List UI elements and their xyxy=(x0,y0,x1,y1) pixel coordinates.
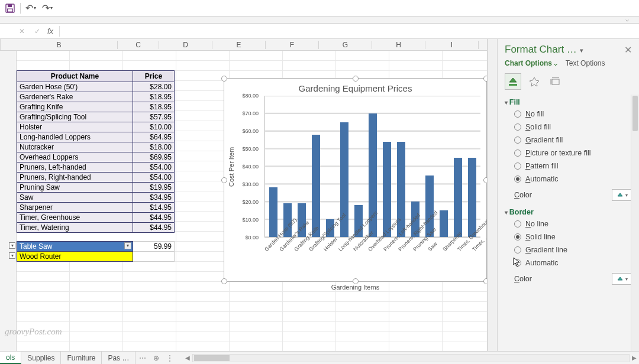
table-row[interactable]: Grafting/Splicing Tool$57.95 xyxy=(17,112,175,122)
table-row[interactable]: Overhead Loppers$69.95 xyxy=(17,152,175,162)
ribbon-expand-button[interactable]: ⌵ xyxy=(621,16,633,23)
vertical-scrollbar[interactable] xyxy=(488,39,497,351)
table-row[interactable]: Holster$10.00 xyxy=(17,122,175,132)
column-headers[interactable]: BCDEFGHIJK xyxy=(0,39,487,51)
pane-tabs: Chart Options Text Options xyxy=(498,58,639,71)
table-row[interactable]: Table Saw▾▾59.99 xyxy=(17,242,175,252)
sheet-tabs: ols Supplies Furniture Pas … ⋯ ⊕ ⋮ ◀▶ xyxy=(0,351,639,364)
chart-x-axis-labels[interactable]: Garden Hose (50')Gardener's RakeGrafting… xyxy=(224,238,486,284)
chart-bar[interactable] xyxy=(383,142,391,237)
column-header[interactable]: B xyxy=(1,41,118,49)
effects-icon[interactable] xyxy=(526,73,543,90)
pane-title: Format Chart … xyxy=(505,44,577,55)
svg-rect-14 xyxy=(552,79,559,84)
save-button[interactable] xyxy=(4,2,17,15)
table-row[interactable]: Garden Hose (50')$28.00 xyxy=(17,82,175,92)
pane-close-button[interactable]: ✕ xyxy=(624,44,632,56)
option-solid-line[interactable]: Solid line xyxy=(505,230,632,243)
svg-rect-1 xyxy=(8,4,12,7)
chart-bar[interactable] xyxy=(312,135,320,237)
chart-x-axis-title[interactable]: Gardening Items xyxy=(224,284,486,291)
sheet-tab[interactable]: Pas … xyxy=(102,352,135,364)
option-automatic[interactable]: Automatic xyxy=(505,173,632,186)
table-row[interactable]: Pruners, Right-handed$54.00 xyxy=(17,173,175,183)
svg-marker-13 xyxy=(530,77,539,86)
fx-label[interactable]: fx xyxy=(47,27,53,35)
sheet-tab[interactable]: ols xyxy=(0,352,21,364)
column-header-product[interactable]: Product Name xyxy=(17,71,133,82)
svg-rect-12 xyxy=(509,84,517,86)
fill-line-icon[interactable] xyxy=(505,73,521,90)
undo-button[interactable]: ↶▾ xyxy=(24,2,37,15)
sheet-scroll-more[interactable]: ⋯ xyxy=(135,352,150,364)
table-row[interactable]: Timer, Watering$44.95 xyxy=(17,223,175,233)
column-header[interactable]: I xyxy=(425,41,479,49)
option-no-fill[interactable]: No fill xyxy=(505,108,632,121)
pane-scrollbar[interactable] xyxy=(631,95,639,351)
tab-chart-options[interactable]: Chart Options xyxy=(505,59,557,67)
new-sheet-button[interactable]: ⊕ xyxy=(150,352,163,364)
option-picture-or-texture-fill[interactable]: Picture or texture fill xyxy=(505,147,632,160)
table-row[interactable]: Saw$34.95 xyxy=(17,193,175,203)
section-fill[interactable]: Fill xyxy=(505,95,632,108)
horizontal-scrollbar[interactable]: ◀▶ xyxy=(183,352,639,364)
ribbon-collapsed: ⌵ xyxy=(0,17,639,24)
format-chart-pane: Format Chart … ▾ ✕ Chart Options Text Op… xyxy=(497,39,639,351)
size-properties-icon[interactable] xyxy=(547,73,564,90)
option-gradient-line[interactable]: Gradient line xyxy=(505,243,632,256)
column-header[interactable]: F xyxy=(266,41,319,49)
chart-y-axis-label[interactable]: Cost Per Item xyxy=(227,96,236,238)
formula-cancel[interactable]: ✕ xyxy=(17,27,27,35)
table-row[interactable]: Grafting Knife$18.95 xyxy=(17,102,175,112)
option-automatic[interactable]: Automatic xyxy=(505,256,632,269)
color-property[interactable]: Color▾ xyxy=(505,186,632,204)
formula-enter[interactable]: ✓ xyxy=(32,27,43,35)
table-row[interactable]: Gardener's Rake$18.95 xyxy=(17,92,175,102)
table-row[interactable]: Pruning Saw$19.95 xyxy=(17,183,175,193)
column-header[interactable]: C xyxy=(118,41,159,49)
color-property[interactable]: Color▾ xyxy=(505,269,632,288)
chart-bar[interactable] xyxy=(454,158,462,237)
table-row[interactable]: Nutcracker$18.00 xyxy=(17,142,175,152)
tabs-divider[interactable]: ⋮ xyxy=(163,352,177,364)
column-header[interactable]: G xyxy=(319,41,372,49)
chart-bar[interactable] xyxy=(468,158,476,237)
embedded-chart[interactable]: Gardening Equipment Prices Cost Per Item… xyxy=(224,78,487,282)
table-row[interactable]: Long-handled Loppers$64.95 xyxy=(17,132,175,142)
chart-bar[interactable] xyxy=(269,187,277,237)
pane-title-dropdown[interactable]: ▾ xyxy=(580,47,583,54)
option-no-line[interactable]: No line xyxy=(505,217,632,230)
column-header[interactable]: H xyxy=(372,41,425,49)
svg-rect-2 xyxy=(8,9,13,12)
option-pattern-fill[interactable]: Pattern fill xyxy=(505,160,632,173)
column-header-price[interactable]: Price xyxy=(133,71,175,82)
column-header[interactable]: J xyxy=(479,41,488,49)
data-table[interactable]: Product NamePriceGarden Hose (50')$28.00… xyxy=(17,70,175,262)
section-border[interactable]: Border xyxy=(505,204,632,217)
formula-bar: ✕ ✓ fx xyxy=(0,24,639,39)
table-row[interactable]: Wood Router▾ xyxy=(17,252,175,262)
redo-button[interactable]: ↷▾ xyxy=(41,2,54,15)
table-row[interactable]: Pruners, Left-handed$54.00 xyxy=(17,162,175,173)
sheet-tab[interactable]: Furniture xyxy=(61,352,102,364)
column-header[interactable]: D xyxy=(159,41,212,49)
pane-body: FillNo fillSolid fillGradient fillPictur… xyxy=(498,95,639,351)
chart-bar[interactable] xyxy=(440,210,448,237)
tab-text-options[interactable]: Text Options xyxy=(566,59,605,67)
worksheet-grid[interactable]: BCDEFGHIJK Product NamePriceGarden Hose … xyxy=(0,39,488,351)
column-header[interactable]: E xyxy=(212,41,266,49)
option-gradient-fill[interactable]: Gradient fill xyxy=(505,134,632,147)
option-solid-fill[interactable]: Solid fill xyxy=(505,121,632,134)
table-row[interactable]: Sharpener$14.95 xyxy=(17,203,175,213)
sheet-tab[interactable]: Supplies xyxy=(21,352,61,364)
quick-access-toolbar: ↶▾ ↷▾ xyxy=(0,0,639,17)
table-row[interactable]: Timer, Greenhouse$44.95 xyxy=(17,213,175,223)
